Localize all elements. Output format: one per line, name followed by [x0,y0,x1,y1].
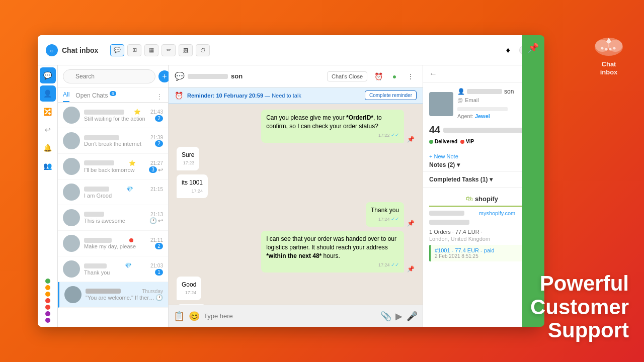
agent-name: Jewel [475,113,490,119]
chat-name-bar [84,212,104,217]
chat-item[interactable]: 💎 21:15 I am Grood [58,179,168,205]
send-icon[interactable]: ▶ [395,311,403,322]
chat-header-name-bar [188,74,228,79]
pin-button-icon[interactable]: 📌 [528,42,539,53]
chat-preview: This is awesome [84,218,125,224]
reminder-bell-icon: ⏰ [175,92,183,100]
avatar [63,235,80,252]
tab-all[interactable]: All [63,91,69,102]
sidebar-item-bell[interactable]: 🔔 [40,140,56,156]
chat-preview: Thank you [84,269,110,276]
delivered-dot [429,140,433,144]
message-text: Sure [182,151,194,159]
vip-tag: VIP [460,139,474,144]
checkmarks-icon: ✓✓ [391,216,399,222]
message-text: Thank you [371,206,399,215]
chat-name-bar [84,160,114,165]
marketing-line2: Customer [530,296,629,319]
alarm-icon[interactable]: ⏰ [372,70,384,82]
unread-badge: 2 [155,243,163,249]
message-row: Sure 17:23 [177,147,415,170]
unread-badge: 1 [155,269,163,276]
tab-open-chats[interactable]: Open Chats 6 [75,91,116,102]
message-bubble-sent: Can you please give me your *OrderID*, t… [261,110,404,143]
avatar [63,158,80,175]
sidebar-item-team[interactable]: 👥 [40,158,56,174]
chat-header: 💬 son Chat's Close ⏰ ● ⋮ [169,65,423,87]
sidebar-item-reply[interactable]: ↩ [40,122,56,138]
chat-item[interactable]: ⭐ 21:27 I'll be back tomorrow 3 ↩ [58,154,168,179]
reminder-text: Reminder: 10 February 20:59 — Need to ta… [187,93,361,99]
dot-purple2 [45,318,50,323]
clock-icon: 🕐 [149,217,157,224]
shopify-domain-link[interactable]: myshopify.com [479,210,516,216]
add-note-button[interactable]: + New Note [429,153,535,159]
filter-more-icon[interactable]: ⋮ [156,93,163,101]
app-window: C Chat inbox 💬 ⊞ ▦ ✏ 🖼 ⏱ ♦ ··· 💬 👤 🔀 ↩ [38,35,541,327]
more-icon[interactable]: ⋮ [405,70,417,82]
message-text: Good [182,281,196,289]
chat-item[interactable]: ⭐ 21:43 Still waiting for the action 2 [58,103,168,128]
selected-chat-time: Thursday [142,289,163,294]
badges-row: 3 ↩ [149,166,163,173]
chat-list-panel: 🔍 + All Open Chats 6 ⋮ ⭐ [58,65,169,327]
chat-preview-row: This is awesome 🕐 ↩ [84,217,163,224]
chat-preview: I'll be back tomorrow [84,167,135,173]
colored-dots [45,279,50,327]
dot-purple [45,311,50,316]
toolbar-icon-timer[interactable]: ⏱ [196,44,210,56]
main-content: 💬 👤 🔀 ↩ 🔔 👥 🔍 + [38,65,541,327]
sidebar-item-transfer[interactable]: 🔀 [40,104,56,120]
unread-badge: 3 [149,166,157,173]
chat-panel: 💬 son Chat's Close ⏰ ● ⋮ ⏰ Reminder: 10 … [169,65,423,327]
header-icons: ⏰ ● ⋮ [372,70,417,82]
reminder-dash: — [265,93,272,99]
chat-item-selected[interactable]: Thursday "You are welcome." If there's a… [58,282,168,308]
toolbar-icon-table[interactable]: ▦ [144,44,158,56]
list-icon[interactable]: 📋 [174,311,185,322]
green-circle-icon[interactable]: ● [388,70,400,82]
status-tags: Delivered VIP [429,139,535,144]
sidebar-item-chat[interactable]: 💬 [40,67,56,83]
chat-item[interactable]: 21:13 This is awesome 🕐 ↩ [58,205,168,231]
star-badge2: ⭐ [129,160,136,166]
toolbar-icon-edit[interactable]: ✏ [162,44,176,56]
chat-item[interactable]: 21:11 Make my day, please 2 [58,231,168,256]
chat-item[interactable]: 💎 21:03 Thank you 1 [58,256,168,282]
dot-orange2 [45,292,50,297]
order-item[interactable]: #1001 - 77.4 EUR - paid 2 Feb 2021 8:51:… [429,245,535,261]
emoji-icon[interactable]: 😊 [189,311,200,322]
chat-item[interactable]: 21:39 Don't break the internet 2 [58,128,168,154]
chat-time: 21:43 [150,109,163,115]
toolbar-icon-image[interactable]: 🖼 [179,44,193,56]
message-bubble-received: Sure 17:23 [177,147,199,170]
chat-messages: Can you please give me your *OrderID*, t… [169,104,423,305]
chat-time: 21:15 [150,187,163,192]
chat-time: 21:39 [150,135,163,140]
shopify-link-bar [429,211,464,216]
selected-preview: "You are welcome." If there's an... [86,295,155,301]
search-input[interactable] [63,69,155,83]
chat-info: 💎 21:03 Thank you 1 [84,262,163,276]
chat-close-button[interactable]: Chat's Close [327,71,367,81]
completed-tasks-label[interactable]: Completed Tasks (1) ▾ [429,176,535,183]
back-arrow-icon[interactable]: ← [429,69,437,78]
chat-name-bar [84,238,112,243]
toolbar-icon-grid[interactable]: ⊞ [127,44,141,56]
shopify-logo: 🛍 shopify [429,192,535,207]
message-text: Can you please give me your *OrderID*, t… [266,114,399,131]
unread-badge: 2 [155,115,163,122]
chat-preview-row: I am Grood [84,193,163,199]
toolbar-icon-chat[interactable]: 💬 [110,44,124,56]
chat-info: 💎 21:15 I am Grood [84,186,163,199]
mic-icon[interactable]: 🎤 [407,311,418,322]
complete-reminder-button[interactable]: Complete reminder [365,90,417,100]
svg-text:C: C [50,49,53,53]
name-bar-wide [443,128,527,133]
avatar [63,107,80,124]
sidebar-item-user[interactable]: 👤 [40,85,56,102]
chat-input[interactable] [204,312,376,320]
checkmarks-icon: ✓✓ [391,262,399,267]
selected-clock-icon: 🕐 [155,294,163,301]
attachment-icon[interactable]: 📎 [380,311,391,322]
